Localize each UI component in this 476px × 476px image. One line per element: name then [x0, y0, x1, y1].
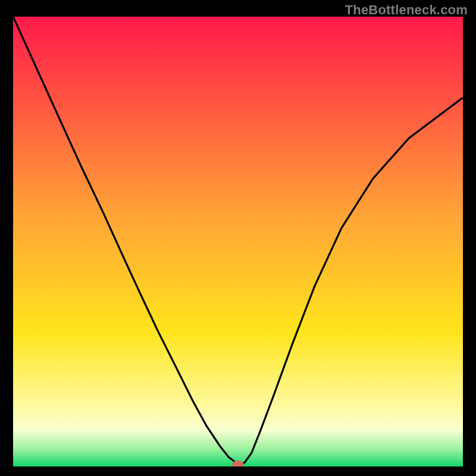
plot-area — [13, 17, 463, 466]
gradient-background — [13, 17, 463, 466]
chart-frame: TheBottleneck.com — [0, 0, 476, 476]
chart-svg — [13, 17, 463, 466]
watermark-text: TheBottleneck.com — [345, 2, 468, 18]
